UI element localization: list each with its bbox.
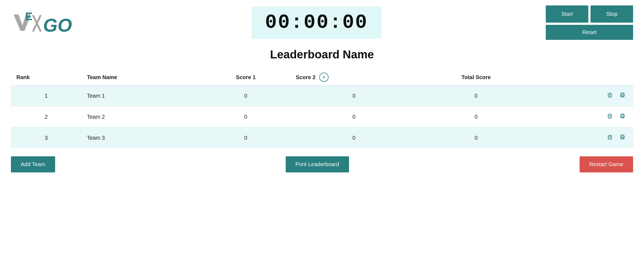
- col-rank: Rank: [11, 69, 82, 85]
- start-button[interactable]: Start: [546, 5, 588, 23]
- cell-total: 0: [418, 106, 535, 127]
- cell-team-name: Team 1: [82, 85, 201, 106]
- cell-team-name: Team 3: [82, 127, 201, 148]
- cell-team-name: Team 2: [82, 106, 201, 127]
- logo: GO: [11, 9, 87, 36]
- svg-rect-33: [621, 135, 624, 136]
- print-team-button[interactable]: [617, 91, 628, 101]
- col-score1: Score 1: [201, 69, 290, 85]
- print-leaderboard-button[interactable]: Print Leaderboard: [286, 156, 349, 172]
- cell-score1: 0: [201, 85, 290, 106]
- col-score2: Score 2 +: [290, 69, 418, 85]
- cell-total: 0: [418, 127, 535, 148]
- svg-point-25: [624, 116, 624, 116]
- cell-actions: [535, 127, 633, 148]
- svg-text:GO: GO: [43, 15, 72, 35]
- stop-button[interactable]: Stop: [591, 5, 633, 23]
- timer-controls: Start Stop Reset: [546, 5, 633, 40]
- cell-score2: 0: [290, 106, 418, 127]
- team-list: 1 Team 1 0 0 0: [11, 85, 633, 148]
- delete-team-button[interactable]: [605, 112, 615, 122]
- cell-rank: 2: [11, 106, 82, 127]
- cell-score2: 0: [290, 127, 418, 148]
- print-team-button[interactable]: [617, 133, 628, 143]
- svg-rect-17: [608, 115, 612, 118]
- svg-rect-8: [608, 94, 612, 97]
- col-actions: [535, 69, 633, 85]
- reset-button[interactable]: Reset: [546, 25, 633, 40]
- col-team-name: Team Name: [82, 69, 201, 85]
- table-header-row: Rank Team Name Score 1 Score 2 + Total S…: [11, 69, 633, 85]
- add-team-button[interactable]: Add Team: [11, 156, 55, 172]
- add-column-button[interactable]: +: [319, 73, 329, 82]
- cell-rank: 3: [11, 127, 82, 148]
- leaderboard-table-container: Rank Team Name Score 1 Score 2 + Total S…: [11, 69, 633, 148]
- score2-label: Score 2: [296, 74, 315, 80]
- delete-team-button[interactable]: [605, 91, 615, 101]
- header: GO 00:00:00 Start Stop Reset: [11, 5, 633, 40]
- cell-actions: [535, 106, 633, 127]
- delete-team-button[interactable]: [605, 133, 615, 143]
- timer-display: 00:00:00: [251, 7, 382, 39]
- cell-score2: 0: [290, 85, 418, 106]
- col-total: Total Score: [418, 69, 535, 85]
- cell-score1: 0: [201, 127, 290, 148]
- leaderboard-table: Rank Team Name Score 1 Score 2 + Total S…: [11, 69, 633, 148]
- svg-point-34: [624, 137, 624, 137]
- svg-rect-26: [608, 136, 612, 139]
- footer-bar: Add Team Print Leaderboard Restart Game: [11, 156, 633, 172]
- print-team-button[interactable]: [617, 112, 628, 122]
- leaderboard-title: Leaderboard Name: [11, 48, 633, 61]
- table-row: 3 Team 3 0 0 0: [11, 127, 633, 148]
- table-row: 2 Team 2 0 0 0: [11, 106, 633, 127]
- table-row: 1 Team 1 0 0 0: [11, 85, 633, 106]
- svg-point-16: [624, 95, 624, 95]
- timer-value: 00:00:00: [265, 11, 368, 34]
- cell-actions: [535, 85, 633, 106]
- restart-game-button[interactable]: Restart Game: [580, 156, 633, 172]
- svg-rect-3: [26, 16, 31, 17]
- cell-score1: 0: [201, 106, 290, 127]
- cell-total: 0: [418, 85, 535, 106]
- svg-rect-15: [621, 93, 624, 94]
- svg-rect-4: [26, 19, 32, 20]
- cell-rank: 1: [11, 85, 82, 106]
- svg-rect-24: [621, 114, 624, 115]
